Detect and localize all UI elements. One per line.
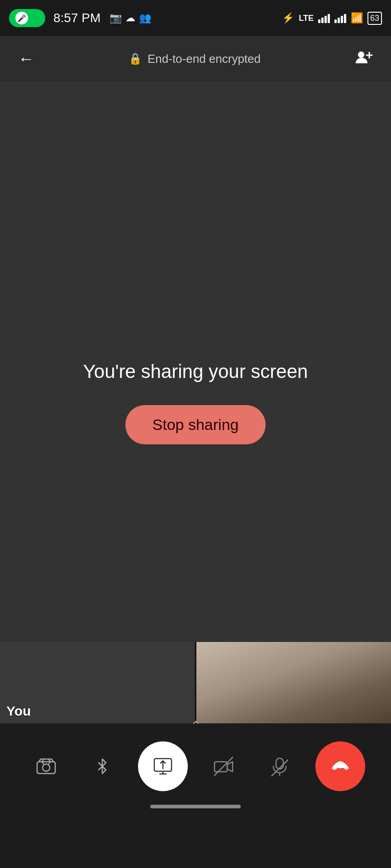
participant-camera-preview — [196, 642, 391, 723]
status-bar-right: ⚡ LTE 📶 63 — [282, 12, 382, 25]
screen-share-button[interactable] — [138, 741, 188, 791]
contacts-status-icon: 👥 — [139, 12, 151, 24]
signal-bars-2 — [334, 13, 346, 23]
flip-camera-button[interactable] — [26, 746, 67, 787]
main-content: You're sharing your screen Stop sharing — [0, 81, 391, 723]
bar4 — [328, 14, 330, 23]
status-bar-left: 🎤 8:57 PM 📷 ☁ 👥 — [9, 9, 151, 27]
svg-line-10 — [215, 757, 233, 775]
bottom-controls — [0, 723, 391, 868]
lte-status-icon: LTE — [299, 14, 314, 23]
end-call-button[interactable] — [315, 741, 365, 791]
participant-strip: You — [0, 642, 391, 723]
header-center: 🔒 End-to-end encrypted — [39, 52, 350, 66]
controls-row — [0, 741, 391, 791]
svg-point-0 — [358, 52, 364, 58]
status-time: 8:57 PM — [53, 11, 100, 25]
bar3 — [341, 16, 343, 23]
mic-active-pill: 🎤 — [9, 9, 45, 27]
participant-name-you: You — [6, 703, 31, 719]
svg-point-4 — [43, 764, 50, 771]
wifi-status-icon: 📶 — [351, 12, 363, 24]
mic-pill-dot: 🎤 — [15, 12, 28, 24]
signal-bars-1 — [318, 13, 330, 23]
sharing-message: You're sharing your screen — [83, 361, 308, 382]
bar2 — [321, 18, 324, 23]
cloud-status-icon: ☁ — [125, 12, 135, 24]
video-camera-status-icon: 📷 — [110, 12, 122, 24]
participant-tile-other — [196, 642, 391, 723]
bar1 — [334, 19, 337, 23]
battery-icon: 63 — [367, 12, 382, 25]
encrypted-label: End-to-end encrypted — [148, 52, 261, 66]
mute-button[interactable] — [259, 746, 300, 787]
lock-icon: 🔒 — [129, 52, 142, 65]
bluetooth-button[interactable] — [82, 746, 123, 787]
bar2 — [338, 18, 340, 23]
status-bar: 🎤 8:57 PM 📷 ☁ 👥 ⚡ LTE 📶 63 — [0, 0, 391, 36]
bluetooth-status-icon: ⚡ — [282, 12, 294, 24]
battery-percent: 63 — [370, 14, 379, 23]
home-indicator — [150, 805, 241, 808]
bar1 — [318, 19, 320, 23]
back-button[interactable]: ← — [14, 45, 39, 73]
bar3 — [324, 16, 327, 23]
status-icons-center: 📷 ☁ 👥 — [110, 12, 151, 24]
participant-tile-you: You — [0, 642, 195, 723]
video-off-button[interactable] — [203, 746, 244, 787]
header: ← 🔒 End-to-end encrypted — [0, 36, 391, 81]
stop-sharing-button[interactable]: Stop sharing — [125, 405, 266, 444]
add-participant-button[interactable] — [350, 45, 377, 73]
chevron-up-icon[interactable]: ⌃ — [191, 718, 201, 733]
bar4 — [344, 14, 346, 23]
svg-rect-9 — [215, 762, 227, 772]
